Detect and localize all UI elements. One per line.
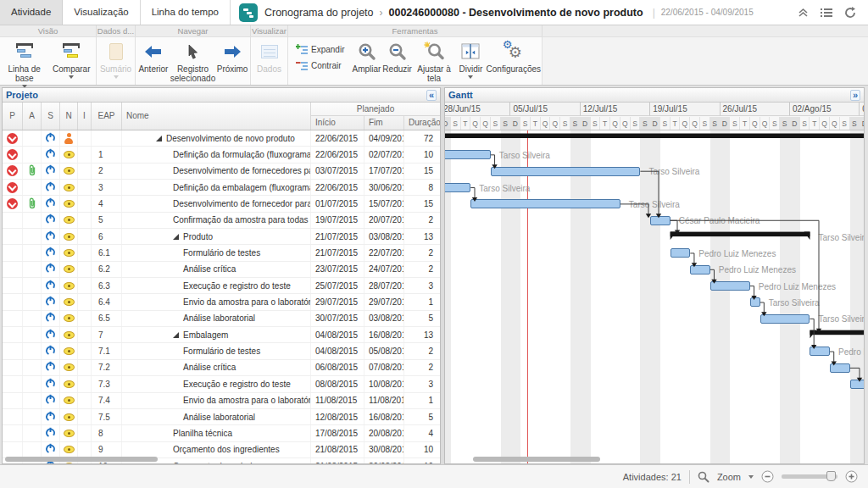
status-power-icon[interactable] <box>45 230 56 243</box>
status-cell[interactable] <box>42 425 60 441</box>
table-row[interactable]: 6Produto21/07/201503/08/201513 <box>3 229 440 245</box>
status-power-icon[interactable] <box>45 312 56 324</box>
zoom-slider[interactable] <box>782 474 837 479</box>
status-power-icon[interactable] <box>45 427 56 440</box>
column-header-i[interactable]: I <box>78 103 92 130</box>
status-power-icon[interactable] <box>45 378 56 391</box>
gantt-bar[interactable] <box>491 167 641 176</box>
column-header-nome[interactable]: Nome <box>122 103 311 130</box>
zoom-out-button[interactable]: Reduzir <box>382 39 413 74</box>
gantt-bar[interactable] <box>830 363 850 373</box>
gantt-bar[interactable] <box>710 281 750 291</box>
eye-icon[interactable] <box>64 167 75 175</box>
eye-icon[interactable] <box>64 233 75 241</box>
collapse-all-button[interactable]: Contrair <box>296 60 344 71</box>
status-cell[interactable] <box>42 294 60 309</box>
column-header-inicio[interactable]: Início <box>311 116 364 130</box>
selected-record-button[interactable]: Registro selecionado <box>170 39 215 83</box>
table-row[interactable]: 6.5Análise laboratorial30/07/201503/08/2… <box>3 311 440 327</box>
column-header-n[interactable]: N <box>60 103 78 130</box>
fit-to-screen-button[interactable]: Ajustar à tela <box>413 39 456 83</box>
expand-panel-button[interactable]: » <box>850 90 860 101</box>
eye-icon[interactable] <box>64 380 75 388</box>
status-cell[interactable] <box>42 442 60 458</box>
eye-icon[interactable] <box>64 265 75 273</box>
gantt-bar[interactable] <box>850 380 864 389</box>
gantt-bar[interactable] <box>810 347 830 356</box>
indicator-cell[interactable] <box>60 245 78 260</box>
indicator-cell[interactable] <box>60 327 78 342</box>
zoom-caret-icon[interactable] <box>748 475 754 479</box>
split-button[interactable]: Dividir <box>455 39 486 79</box>
indicator-cell[interactable] <box>60 376 78 391</box>
table-row[interactable]: 7.4Envio da amostra para o laboratório11… <box>3 393 440 409</box>
gantt-bar[interactable] <box>470 199 620 208</box>
list-icon[interactable] <box>821 8 832 18</box>
status-power-icon[interactable] <box>45 296 56 308</box>
status-power-icon[interactable] <box>45 280 56 292</box>
status-power-icon[interactable] <box>45 443 56 456</box>
status-cell[interactable] <box>42 164 60 179</box>
eye-icon[interactable] <box>64 298 75 306</box>
gantt-bar[interactable] <box>750 297 760 307</box>
eye-icon[interactable] <box>64 430 75 437</box>
table-row[interactable]: 9Orçamento dos ingredientes21/08/201530/… <box>3 442 440 458</box>
eye-icon[interactable] <box>64 446 75 453</box>
indicator-cell[interactable] <box>60 393 78 408</box>
status-power-icon[interactable] <box>45 148 56 161</box>
tab-visualizacao[interactable]: Visualização <box>63 0 140 25</box>
status-cell[interactable] <box>42 245 60 260</box>
eye-icon[interactable] <box>64 363 75 371</box>
indicator-cell[interactable] <box>60 164 78 179</box>
table-row[interactable]: 7.5Análise laboratorial12/08/201516/08/2… <box>3 409 440 425</box>
eye-icon[interactable] <box>64 314 75 322</box>
status-cell[interactable] <box>42 229 60 244</box>
baseline-button[interactable]: Linha de base <box>1 39 48 88</box>
zoom-menu[interactable]: Zoom <box>717 472 741 482</box>
zoom-out-control[interactable] <box>761 470 774 483</box>
table-row[interactable]: 6.1Formulário de testes21/07/201522/07/2… <box>3 245 440 261</box>
tab-linha-do-tempo[interactable]: Linha do tempo <box>141 0 231 25</box>
gantt-bar[interactable] <box>445 150 491 159</box>
indicator-cell[interactable] <box>60 360 78 375</box>
status-cell[interactable] <box>42 278 60 293</box>
table-row[interactable]: 7Embalagem04/08/201516/08/201513 <box>3 327 440 343</box>
status-power-icon[interactable] <box>45 181 56 194</box>
status-power-icon[interactable] <box>45 361 56 374</box>
table-row[interactable]: 1Definição da formulação (fluxograma do … <box>3 147 440 163</box>
gantt-horizontal-scrollbar[interactable] <box>473 457 600 462</box>
table-row[interactable]: 6.2Análise crítica23/07/201524/07/20152 <box>3 262 440 278</box>
indicator-cell[interactable] <box>60 278 78 293</box>
eye-icon[interactable] <box>64 282 75 290</box>
status-cell[interactable] <box>42 180 60 195</box>
indicator-cell[interactable] <box>60 294 78 309</box>
status-power-icon[interactable] <box>45 345 56 358</box>
status-cell[interactable] <box>42 409 60 424</box>
table-row[interactable]: 3Definição da embalagem (fluxograma do p… <box>3 180 440 196</box>
indicator-cell[interactable] <box>60 425 78 441</box>
table-horizontal-scrollbar[interactable] <box>5 457 158 462</box>
status-cell[interactable] <box>42 196 60 211</box>
previous-button[interactable]: Anterior <box>136 39 170 74</box>
status-cell[interactable] <box>42 376 60 391</box>
expand-all-button[interactable]: Expandir <box>296 44 344 55</box>
status-power-icon[interactable] <box>45 164 56 177</box>
indicator-cell[interactable] <box>60 343 78 358</box>
indicator-cell[interactable] <box>60 180 78 195</box>
table-row[interactable]: 2Desenvolvimento de fornecedores para os… <box>3 164 440 180</box>
status-cell[interactable] <box>42 147 60 162</box>
eye-icon[interactable] <box>64 184 75 191</box>
eye-icon[interactable] <box>64 200 75 208</box>
zoom-in-control[interactable] <box>845 470 858 483</box>
eye-icon[interactable] <box>64 396 75 404</box>
status-cell[interactable] <box>42 311 60 326</box>
column-header-s[interactable]: S <box>42 103 60 130</box>
gantt-bar[interactable] <box>690 265 710 274</box>
status-power-icon[interactable] <box>45 263 56 275</box>
eye-icon[interactable] <box>64 347 75 355</box>
table-row[interactable]: 4Desenvolvimento de fornecedor para a em… <box>3 196 440 212</box>
column-header-p[interactable]: P <box>3 103 23 130</box>
status-power-icon[interactable] <box>45 132 56 145</box>
gantt-bar[interactable] <box>650 216 670 225</box>
indicator-cell[interactable] <box>60 213 78 228</box>
